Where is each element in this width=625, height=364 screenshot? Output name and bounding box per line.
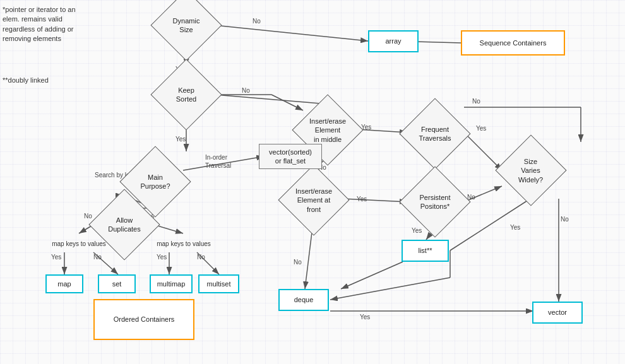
label-yes-persist: Yes	[412, 227, 422, 234]
svg-line-30	[330, 278, 450, 300]
svg-line-31	[341, 262, 403, 289]
box-array: array	[368, 30, 419, 52]
label-no-front: No	[294, 259, 302, 266]
svg-line-22	[464, 132, 502, 170]
note-doubly: **doubly linked	[3, 76, 78, 85]
box-vector-sorted: vector(sorted)or flat_set	[259, 144, 322, 169]
box-ordered-containers: Ordered Containers	[93, 299, 194, 340]
box-set: set	[98, 274, 136, 293]
label-no-freq: No	[472, 98, 480, 105]
label-no-size: No	[561, 216, 569, 223]
label-yes-map1: Yes	[51, 254, 61, 261]
label-map-keys-left: map keys to values	[52, 234, 106, 253]
diamond-insert-erase-front: Insert/eraseElement atfront	[284, 172, 343, 228]
diamond-dynamic-size: DynamicSize	[158, 0, 215, 50]
label-map-keys-right: map keys to values	[157, 234, 211, 253]
label-no-map2: No	[197, 254, 205, 261]
label-no-sorted: No	[242, 87, 250, 94]
box-list: list**	[402, 240, 449, 262]
box-map: map	[45, 274, 83, 293]
box-sequence-containers: Sequence Containers	[461, 30, 565, 56]
box-vector: vector	[532, 302, 583, 324]
svg-line-23	[343, 199, 407, 202]
box-multiset: multiset	[198, 274, 239, 293]
label-yes-front: Yes	[357, 196, 367, 203]
svg-line-1	[215, 25, 368, 41]
label-no-map1: No	[93, 254, 102, 261]
diamond-frequent-traversals: FrequentTraversals	[406, 109, 464, 159]
diamond-keep-sorted: KeepSorted	[158, 66, 215, 123]
label-yes-deque: Yes	[360, 314, 370, 320]
svg-line-33	[215, 25, 368, 41]
box-deque: deque	[278, 289, 329, 311]
label-no-dup: No	[84, 213, 92, 220]
flowchart-canvas: *pointer or iterator to an elem. remains…	[0, 0, 625, 364]
label-yes-map2: Yes	[157, 254, 167, 261]
label-no-dynamic: No	[253, 18, 261, 25]
label-yes-freq: Yes	[476, 125, 486, 132]
box-multimap: multimap	[150, 274, 193, 293]
note-pointer: *pointer or iterator to an elem. remains…	[3, 5, 90, 44]
svg-line-24	[305, 227, 312, 289]
label-yes-sorted: Yes	[176, 136, 186, 143]
label-yes-size: Yes	[510, 224, 520, 231]
diamond-size-varies: SizeVariesWidely?	[501, 142, 561, 199]
diamond-persistent-positions: PersistentPositons*	[406, 177, 464, 227]
label-inorder: In-orderTraversal	[205, 153, 231, 170]
